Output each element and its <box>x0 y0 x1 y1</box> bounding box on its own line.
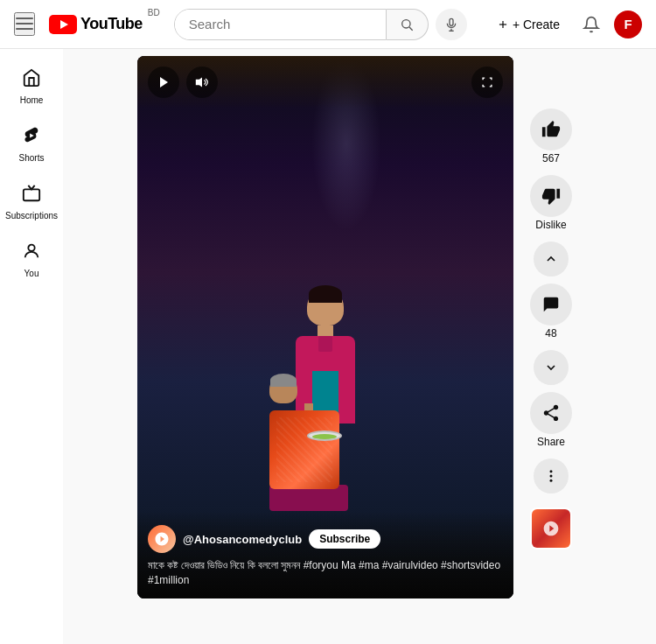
share-button[interactable] <box>530 392 572 434</box>
logo-wordmark: YouTube <box>80 15 143 33</box>
search-input[interactable] <box>175 10 386 39</box>
right-actions-panel: 567 Dislike <box>520 56 582 637</box>
woman-hair <box>270 374 297 387</box>
svg-point-5 <box>402 19 410 27</box>
man-head <box>307 289 344 326</box>
share-label: Share <box>537 436 565 448</box>
sidebar-label-subscriptions: Subscriptions <box>5 211 58 220</box>
shirt-collar <box>318 336 332 352</box>
svg-point-17 <box>550 475 553 478</box>
sidebar-label-you: You <box>24 269 39 278</box>
hamburger-menu-button[interactable] <box>14 12 35 36</box>
scroll-down-button[interactable] <box>534 350 569 385</box>
saree-pattern <box>276 417 332 482</box>
svg-line-6 <box>409 27 413 31</box>
expand-button[interactable] <box>471 66 503 98</box>
svg-rect-1 <box>16 23 33 24</box>
header-actions: + Create F <box>488 9 642 40</box>
create-label: + Create <box>513 18 560 32</box>
like-count: 567 <box>542 152 560 164</box>
content-area: @Ahosancomedyclub Subscribe মাকে কষ্ট দে… <box>63 49 656 644</box>
comment-count: 48 <box>545 327 556 340</box>
user-avatar-button[interactable]: F <box>614 10 642 38</box>
food-plate <box>307 430 342 441</box>
volume-button[interactable] <box>186 66 218 98</box>
sidebar-item-home[interactable]: Home <box>5 60 58 114</box>
main-layout: Home Shorts Subscriptions <box>0 49 656 644</box>
home-icon <box>22 68 41 92</box>
dislike-button[interactable] <box>530 175 572 217</box>
dislike-label: Dislike <box>535 219 566 231</box>
thumbnail-image <box>532 509 570 548</box>
comment-action-group: 48 <box>530 284 572 340</box>
next-video-thumbnail[interactable] <box>530 508 572 550</box>
svg-rect-12 <box>24 189 39 200</box>
svg-point-18 <box>550 480 553 482</box>
you-icon <box>22 242 41 265</box>
woman-head <box>269 375 297 403</box>
video-section: @Ahosancomedyclub Subscribe মাকে কষ্ট দে… <box>137 56 513 637</box>
search-area <box>174 9 467 40</box>
svg-rect-7 <box>450 18 453 25</box>
svg-marker-15 <box>196 77 202 87</box>
create-button[interactable]: + Create <box>488 12 569 37</box>
sidebar: Home Shorts Subscriptions <box>0 49 63 644</box>
man-neck <box>318 326 333 336</box>
like-action-group: 567 <box>530 108 572 164</box>
svg-rect-2 <box>16 28 33 30</box>
share-action-group: Share <box>530 392 572 448</box>
woman-neck <box>304 403 313 410</box>
header: YouTube BD + Create <box>0 0 656 49</box>
sidebar-label-shorts: Shorts <box>19 153 45 163</box>
youtube-logo[interactable]: YouTube BD <box>49 15 160 34</box>
comment-button[interactable] <box>530 284 572 326</box>
sidebar-item-shorts[interactable]: Shorts <box>5 117 58 172</box>
avatar-initial: F <box>624 17 632 32</box>
search-input-wrap <box>174 9 387 40</box>
logo-country: BD <box>148 8 160 18</box>
like-button[interactable] <box>530 108 572 150</box>
svg-point-16 <box>550 470 553 472</box>
yt-icon <box>49 15 77 34</box>
video-scene <box>137 56 513 598</box>
search-button[interactable] <box>387 9 429 40</box>
notifications-button[interactable] <box>576 9 607 40</box>
shorts-icon <box>22 126 41 150</box>
floor <box>137 511 513 598</box>
play-button[interactable] <box>148 66 179 98</box>
man-hair <box>309 285 342 303</box>
mic-button[interactable] <box>436 9 467 40</box>
video-player[interactable]: @Ahosancomedyclub Subscribe মাকে কষ্ট দে… <box>137 56 513 598</box>
more-options-button[interactable] <box>534 458 569 494</box>
sidebar-label-home: Home <box>20 95 44 105</box>
woman-body <box>269 410 339 489</box>
sidebar-item-subscriptions[interactable]: Subscriptions <box>5 175 58 229</box>
svg-marker-14 <box>160 77 168 88</box>
dislike-action-group: Dislike <box>530 175 572 231</box>
sidebar-item-you[interactable]: You <box>5 233 58 287</box>
svg-rect-0 <box>16 18 33 19</box>
seated-person <box>269 375 348 511</box>
svg-point-13 <box>28 245 34 251</box>
scroll-up-button[interactable] <box>534 242 569 276</box>
subscriptions-icon <box>22 184 41 207</box>
